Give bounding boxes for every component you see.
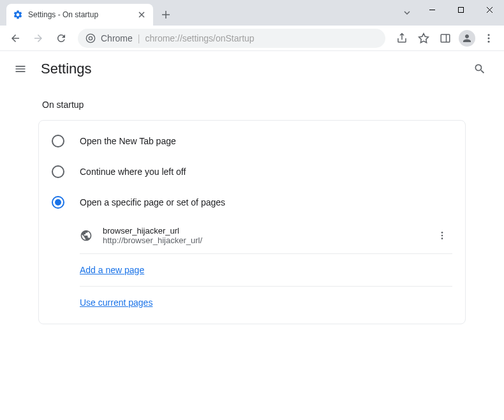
radio-icon (52, 135, 64, 147)
address-bar[interactable]: Chrome | chrome://settings/onStartup (78, 29, 385, 48)
page-url: http://browser_hijacker_url/ (103, 236, 422, 245)
radio-icon (52, 196, 64, 209)
share-icon[interactable] (392, 28, 412, 49)
svg-point-7 (488, 40, 490, 42)
maximize-button[interactable] (447, 0, 475, 19)
svg-point-8 (441, 232, 443, 234)
back-button[interactable] (5, 28, 26, 49)
svg-rect-3 (441, 34, 450, 42)
svg-point-5 (488, 34, 490, 36)
bookmark-icon[interactable] (413, 28, 434, 49)
menu-icon[interactable] (478, 28, 499, 49)
new-tab-button[interactable] (157, 6, 175, 24)
settings-content: On startup Open the New Tab page Continu… (0, 87, 504, 337)
radio-label: Continue where you left off (80, 167, 186, 177)
chevron-down-icon[interactable] (396, 0, 418, 26)
use-current-row: Use current pages (80, 287, 452, 319)
add-page-row: Add a new page (80, 254, 452, 287)
browser-tab[interactable]: Settings - On startup (6, 4, 153, 26)
settings-header: Settings (0, 51, 504, 87)
browser-toolbar: Chrome | chrome://settings/onStartup (0, 26, 504, 51)
radio-label: Open a specific page or set of pages (80, 197, 225, 207)
chrome-icon (85, 33, 96, 43)
hamburger-icon[interactable] (13, 61, 28, 77)
radio-label: Open the New Tab page (80, 136, 176, 146)
window-controls (396, 0, 504, 26)
side-panel-icon[interactable] (435, 28, 456, 49)
gear-icon (13, 10, 23, 20)
svg-point-10 (441, 237, 443, 239)
specific-pages-panel: browser_hijacker_url http://browser_hija… (39, 218, 465, 319)
kebab-icon[interactable] (432, 225, 452, 246)
page-info: browser_hijacker_url http://browser_hija… (103, 226, 422, 245)
page-name: browser_hijacker_url (103, 226, 422, 236)
reload-button[interactable] (51, 28, 71, 49)
omnibox-prefix: Chrome (101, 33, 133, 43)
radio-specific-pages[interactable]: Open a specific page or set of pages (39, 187, 465, 218)
minimize-button[interactable] (418, 0, 447, 19)
tab-title: Settings - On startup (28, 10, 131, 19)
profile-avatar[interactable] (457, 28, 477, 49)
search-icon[interactable] (468, 57, 491, 80)
svg-point-2 (89, 36, 92, 40)
startup-page-entry: browser_hijacker_url http://browser_hija… (80, 218, 452, 254)
globe-icon (80, 229, 93, 242)
startup-card: Open the New Tab page Continue where you… (38, 120, 466, 324)
svg-point-6 (488, 37, 490, 39)
omnibox-divider: | (138, 33, 140, 43)
svg-point-9 (441, 235, 443, 237)
close-button[interactable] (475, 0, 504, 19)
page-title: Settings (41, 61, 456, 77)
browser-titlebar: Settings - On startup (0, 0, 504, 26)
radio-new-tab[interactable]: Open the New Tab page (39, 126, 465, 156)
close-icon[interactable] (137, 10, 147, 20)
radio-icon (52, 165, 64, 178)
section-title: On startup (38, 100, 466, 110)
radio-continue[interactable]: Continue where you left off (39, 156, 465, 187)
use-current-link[interactable]: Use current pages (80, 297, 152, 308)
forward-button[interactable] (28, 28, 48, 49)
omnibox-url: chrome://settings/onStartup (145, 33, 378, 43)
add-page-link[interactable]: Add a new page (80, 265, 144, 275)
svg-point-1 (86, 34, 94, 42)
svg-rect-0 (459, 7, 464, 12)
